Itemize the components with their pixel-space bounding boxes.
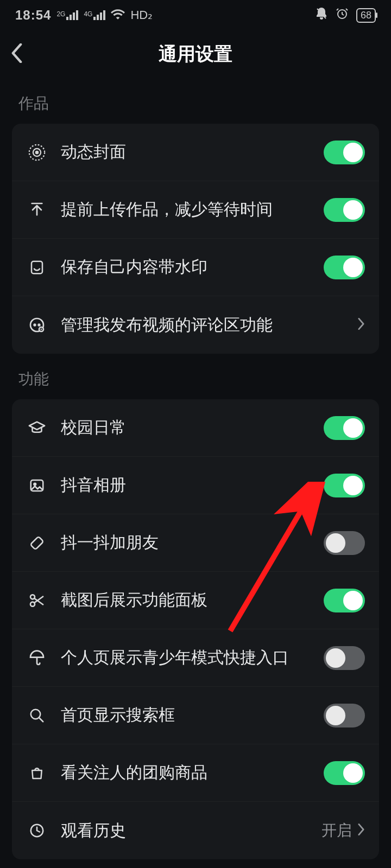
search-icon bbox=[26, 705, 48, 726]
back-button[interactable] bbox=[11, 43, 23, 65]
wifi-icon bbox=[111, 8, 125, 23]
hd-label: HD₂ bbox=[130, 8, 153, 22]
scissors-icon bbox=[26, 590, 48, 611]
status-left: 18:54 2G 4G HD₂ bbox=[15, 8, 153, 23]
row-teen-mode-shortcut[interactable]: 个人页展示青少年模式快捷入口 bbox=[12, 629, 379, 687]
chevron-right-icon bbox=[357, 318, 365, 332]
row-watch-history[interactable]: 观看历史 开启 bbox=[12, 802, 379, 859]
svg-point-12 bbox=[30, 595, 35, 599]
svg-rect-11 bbox=[30, 536, 44, 550]
row-comment-manage[interactable]: 管理我发布视频的评论区功能 bbox=[12, 296, 379, 354]
section-title-features: 功能 bbox=[12, 354, 379, 399]
section-card-works: 动态封面 提前上传作品，减少等待时间 保存自己内容带水印 管理我发布视频的评论区… bbox=[12, 124, 379, 354]
page-title: 通用设置 bbox=[159, 42, 232, 67]
row-label: 截图后展示功能面板 bbox=[61, 589, 324, 611]
row-campus[interactable]: 校园日常 bbox=[12, 399, 379, 457]
svg-point-13 bbox=[30, 602, 35, 606]
clock-icon bbox=[26, 820, 48, 841]
svg-point-3 bbox=[36, 151, 38, 153]
row-label: 保存自己内容带水印 bbox=[61, 256, 324, 278]
row-label: 提前上传作品，减少等待时间 bbox=[61, 199, 324, 221]
target-icon bbox=[26, 142, 48, 163]
row-label: 看关注人的团购商品 bbox=[61, 762, 324, 784]
row-home-search[interactable]: 首页显示搜索框 bbox=[12, 687, 379, 744]
photo-icon bbox=[26, 475, 48, 496]
row-label: 首页显示搜索框 bbox=[61, 704, 324, 726]
toggle-follow-groupbuy[interactable] bbox=[324, 761, 365, 785]
toggle-preupload[interactable] bbox=[324, 198, 365, 222]
save-icon bbox=[26, 257, 48, 278]
toggle-campus[interactable] bbox=[324, 416, 365, 440]
status-bar: 18:54 2G 4G HD₂ 68 bbox=[0, 0, 391, 30]
svg-point-7 bbox=[39, 324, 40, 326]
toggle-screenshot-panel[interactable] bbox=[324, 589, 365, 612]
row-screenshot-panel[interactable]: 截图后展示功能面板 bbox=[12, 572, 379, 629]
toggle-watermark[interactable] bbox=[324, 256, 365, 279]
svg-point-6 bbox=[34, 324, 36, 326]
settings-content: 作品 动态封面 提前上传作品，减少等待时间 保存自己内容带水印 bbox=[0, 78, 391, 859]
row-label: 抖一抖加朋友 bbox=[61, 532, 324, 554]
toggle-douyin-album[interactable] bbox=[324, 474, 365, 497]
row-preupload[interactable]: 提前上传作品，减少等待时间 bbox=[12, 181, 379, 239]
graduation-icon bbox=[26, 417, 48, 439]
row-label: 动态封面 bbox=[61, 141, 324, 163]
shake-icon bbox=[26, 532, 48, 554]
mute-icon bbox=[315, 7, 328, 23]
upload-icon bbox=[26, 199, 48, 221]
section-card-features: 校园日常 抖音相册 抖一抖加朋友 截图后展示功能面板 bbox=[12, 399, 379, 859]
umbrella-icon bbox=[26, 647, 48, 669]
row-value: 开启 bbox=[321, 820, 352, 841]
toggle-dynamic-cover[interactable] bbox=[324, 141, 365, 164]
section-title-works: 作品 bbox=[12, 78, 379, 124]
page-header: 通用设置 bbox=[0, 30, 391, 78]
row-watermark[interactable]: 保存自己内容带水印 bbox=[12, 239, 379, 296]
svg-point-10 bbox=[34, 483, 36, 485]
row-label: 管理我发布视频的评论区功能 bbox=[61, 314, 357, 336]
toggle-home-search[interactable] bbox=[324, 704, 365, 727]
status-right: 68 bbox=[315, 7, 376, 23]
chevron-right-icon bbox=[357, 824, 365, 838]
toggle-teen-mode-shortcut[interactable] bbox=[324, 646, 365, 670]
comment-icon bbox=[26, 314, 48, 336]
row-label: 个人页展示青少年模式快捷入口 bbox=[61, 647, 324, 669]
row-shake-friends[interactable]: 抖一抖加朋友 bbox=[12, 514, 379, 572]
row-follow-groupbuy[interactable]: 看关注人的团购商品 bbox=[12, 744, 379, 802]
row-dynamic-cover[interactable]: 动态封面 bbox=[12, 124, 379, 181]
row-label: 观看历史 bbox=[61, 820, 321, 842]
signal-4g: 4G bbox=[84, 10, 105, 20]
battery-indicator: 68 bbox=[356, 8, 376, 23]
alarm-icon bbox=[336, 7, 349, 23]
row-douyin-album[interactable]: 抖音相册 bbox=[12, 457, 379, 514]
signal-2g: 2G bbox=[56, 10, 78, 20]
row-label: 抖音相册 bbox=[61, 474, 324, 496]
status-time: 18:54 bbox=[15, 8, 51, 23]
toggle-shake-friends[interactable] bbox=[324, 531, 365, 555]
svg-rect-4 bbox=[31, 261, 42, 273]
bag-icon bbox=[26, 762, 48, 784]
row-label: 校园日常 bbox=[61, 417, 324, 439]
